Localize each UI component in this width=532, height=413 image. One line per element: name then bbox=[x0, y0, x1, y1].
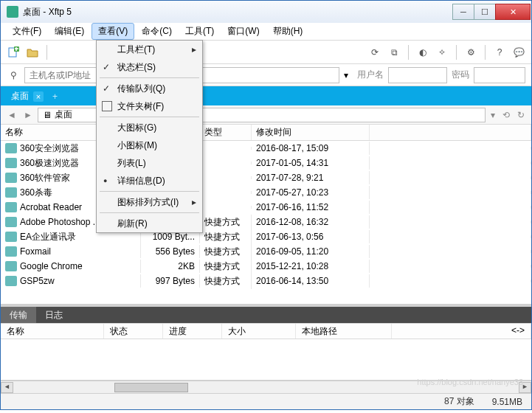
tab-transfer[interactable]: 传输 bbox=[1, 307, 36, 324]
minimize-button[interactable]: ─ bbox=[452, 4, 474, 20]
scroll-thumb[interactable] bbox=[114, 383, 188, 392]
file-icon bbox=[5, 261, 17, 271]
new-icon[interactable] bbox=[7, 46, 20, 59]
bottom-tabs: 传输 日志 bbox=[1, 307, 531, 323]
tcol-arrow[interactable]: <-> bbox=[392, 324, 531, 339]
table-row[interactable]: Foxmail556 Bytes快捷方式2016-09-05, 11:20 bbox=[1, 244, 531, 259]
tcol-status[interactable]: 状态 bbox=[104, 324, 163, 339]
pathbar: ◄ ► 🖥 桌面 ▾ ⟲ ↻ bbox=[1, 105, 531, 125]
forward-icon[interactable]: ► bbox=[21, 110, 35, 120]
compass-icon[interactable]: ✧ bbox=[435, 46, 449, 59]
col-date[interactable]: 修改时间 bbox=[252, 125, 370, 140]
gear-icon[interactable]: ⚙ bbox=[464, 46, 477, 59]
transfer-header: 名称 状态 进度 大小 本地路径 <-> bbox=[1, 323, 531, 339]
menu-command[interactable]: 命令(C) bbox=[136, 24, 178, 39]
dropdown-icon[interactable]: ▾ bbox=[344, 70, 348, 80]
tcol-size[interactable]: 大小 bbox=[222, 324, 296, 339]
menu-item[interactable]: 图标排列方式(I) bbox=[97, 193, 202, 211]
statusbar: 87 对象 9.51MB bbox=[1, 393, 531, 409]
status-objects: 87 对象 bbox=[444, 395, 474, 408]
col-type[interactable]: 类型 bbox=[200, 125, 252, 140]
open-icon[interactable] bbox=[26, 46, 39, 59]
session-tabs: 桌面 × + bbox=[1, 86, 531, 105]
file-list[interactable]: 360安全浏览器2016-08-17, 15:09360极速浏览器2017-01… bbox=[1, 141, 531, 304]
globe-icon[interactable]: ◐ bbox=[416, 46, 429, 59]
menu-view[interactable]: 查看(V) bbox=[91, 23, 134, 40]
menu-item[interactable]: 状态栏(S) bbox=[97, 58, 202, 76]
file-icon bbox=[5, 276, 17, 286]
status-size: 9.51MB bbox=[492, 397, 522, 407]
scroll-right-icon[interactable]: ► bbox=[519, 382, 531, 393]
refresh-icon[interactable]: ⟳ bbox=[368, 46, 381, 59]
menu-item[interactable]: 传输队列(Q) bbox=[97, 80, 202, 97]
menu-item[interactable]: 详细信息(D) bbox=[97, 172, 202, 190]
table-row[interactable]: 360软件管家2017-07-28, 9:21 bbox=[1, 170, 531, 185]
file-header: 名称 大小 类型 修改时间 bbox=[1, 125, 531, 141]
menu-file[interactable]: 文件(F) bbox=[7, 24, 47, 39]
menu-edit[interactable]: 编辑(E) bbox=[49, 24, 90, 39]
transfer-body bbox=[1, 339, 531, 381]
tab-label: 桌面 bbox=[11, 90, 29, 103]
folder-up-icon[interactable]: ⟲ bbox=[500, 110, 512, 120]
user-label: 用户名 bbox=[357, 69, 384, 81]
table-row[interactable]: Adobe Photoshop ...844 Bytes快捷方式2016-12-… bbox=[1, 215, 531, 229]
hscrollbar[interactable]: ◄ ► bbox=[1, 381, 531, 393]
tcol-name[interactable]: 名称 bbox=[1, 324, 104, 339]
table-row[interactable]: GSP5zw997 Bytes快捷方式2016-06-14, 13:50 bbox=[1, 274, 531, 288]
table-row[interactable]: EA企业通讯录1009 Byt...快捷方式2017-06-13, 0:56 bbox=[1, 229, 531, 244]
plug-icon[interactable]: ⚲ bbox=[7, 69, 20, 82]
menu-window[interactable]: 窗口(W) bbox=[221, 24, 265, 39]
menu-item[interactable]: 小图标(M) bbox=[97, 136, 202, 154]
view-dropdown: 工具栏(T)状态栏(S)传输队列(Q)文件夹树(F)大图标(G)小图标(M)列表… bbox=[96, 40, 203, 233]
tcol-local[interactable]: 本地路径 bbox=[296, 324, 392, 339]
table-row[interactable]: Acrobat Reader 2017-06-16, 11:52 bbox=[1, 200, 531, 215]
chat-icon[interactable]: 💬 bbox=[512, 46, 525, 59]
table-row[interactable]: 360杀毒2017-05-27, 10:23 bbox=[1, 185, 531, 200]
window-title: 桌面 - Xftp 5 bbox=[23, 6, 453, 18]
pass-input[interactable] bbox=[474, 67, 525, 83]
menu-help[interactable]: 帮助(H) bbox=[267, 24, 309, 39]
file-icon bbox=[5, 232, 17, 242]
file-icon bbox=[5, 158, 17, 168]
help-icon[interactable]: ? bbox=[493, 46, 506, 59]
tab-close-icon[interactable]: × bbox=[33, 91, 44, 102]
back-icon[interactable]: ◄ bbox=[5, 110, 18, 120]
table-row[interactable]: Google Chrome2KB快捷方式2015-12-21, 10:28 bbox=[1, 259, 531, 274]
table-row[interactable]: 360极速浏览器2017-01-05, 14:31 bbox=[1, 156, 531, 170]
scroll-left-icon[interactable]: ◄ bbox=[1, 382, 13, 393]
tab-desktop[interactable]: 桌面 × + bbox=[4, 87, 71, 105]
file-icon bbox=[5, 187, 17, 198]
menubar: 文件(F) 编辑(E) 查看(V) 命令(C) 工具(T) 窗口(W) 帮助(H… bbox=[1, 23, 531, 41]
pass-label: 密码 bbox=[452, 69, 469, 81]
menu-item[interactable]: 列表(L) bbox=[97, 154, 202, 172]
toolbar: ⟳ ⧉ ◐ ✧ ⚙ ? 💬 bbox=[1, 41, 531, 64]
file-icon bbox=[5, 202, 17, 212]
menu-item[interactable]: 工具栏(T) bbox=[97, 41, 202, 58]
menu-item[interactable]: 刷新(R) bbox=[97, 215, 202, 232]
close-button[interactable]: ✕ bbox=[495, 4, 531, 20]
reload-icon[interactable]: ↻ bbox=[515, 110, 527, 120]
table-row[interactable]: 360安全浏览器2016-08-17, 15:09 bbox=[1, 141, 531, 156]
file-icon bbox=[5, 217, 17, 227]
menu-item[interactable]: 文件夹树(F) bbox=[97, 97, 202, 115]
path-label: 桌面 bbox=[55, 108, 72, 121]
desktop-icon: 🖥 bbox=[43, 110, 52, 120]
file-icon bbox=[5, 143, 17, 153]
address-row: ⚲ ▾ 用户名 密码 bbox=[1, 64, 531, 86]
maximize-button[interactable]: ☐ bbox=[474, 4, 496, 20]
star-drop-icon[interactable]: ▾ bbox=[488, 110, 497, 120]
titlebar: 桌面 - Xftp 5 ─ ☐ ✕ bbox=[1, 1, 531, 23]
file-icon bbox=[5, 173, 17, 183]
tcol-progress[interactable]: 进度 bbox=[163, 324, 222, 339]
file-icon bbox=[5, 246, 17, 257]
user-input[interactable] bbox=[388, 67, 447, 83]
menu-tools[interactable]: 工具(T) bbox=[179, 24, 220, 39]
menu-item[interactable]: 大图标(G) bbox=[97, 119, 202, 136]
app-icon bbox=[7, 6, 18, 18]
tab-log[interactable]: 日志 bbox=[36, 307, 72, 324]
tab-add-icon[interactable]: + bbox=[52, 91, 58, 102]
copy-icon[interactable]: ⧉ bbox=[387, 46, 401, 59]
